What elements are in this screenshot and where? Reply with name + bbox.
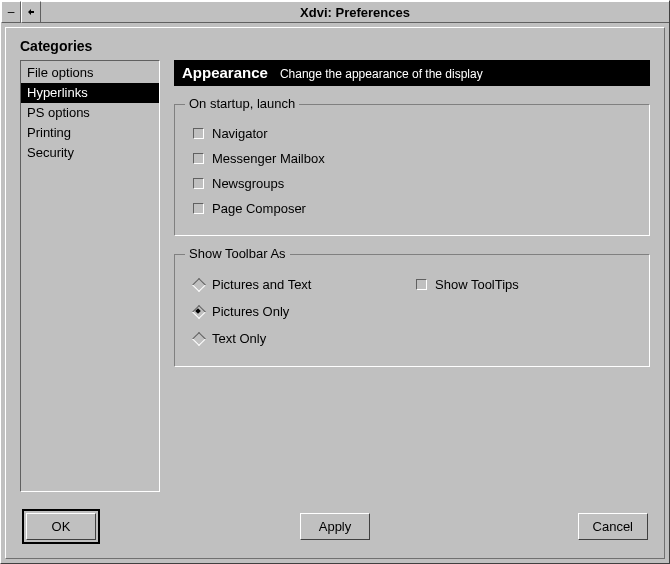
pin-icon xyxy=(26,7,36,17)
checkbox-icon xyxy=(193,203,204,214)
sidebar-item-file-options[interactable]: File options xyxy=(21,63,159,83)
sidebar-item-label: Printing xyxy=(27,125,71,140)
ok-button[interactable]: OK xyxy=(26,513,96,540)
toolbar-group: Show Toolbar As Pictures and Text Pictur… xyxy=(174,254,650,367)
checkbox-row-tooltips[interactable]: Show ToolTips xyxy=(412,271,635,298)
checkbox-row-navigator[interactable]: Navigator xyxy=(189,121,635,146)
cancel-button[interactable]: Cancel xyxy=(578,513,648,540)
sidebar-item-label: Hyperlinks xyxy=(27,85,88,100)
checkbox-icon xyxy=(193,128,204,139)
checkbox-icon xyxy=(193,178,204,189)
checkbox-label: Messenger Mailbox xyxy=(212,151,325,166)
sidebar-item-printing[interactable]: Printing xyxy=(21,123,159,143)
checkbox-label: Navigator xyxy=(212,126,268,141)
checkbox-row-page-composer[interactable]: Page Composer xyxy=(189,196,635,221)
main-panel: Appearance Change the appearance of the … xyxy=(174,60,650,492)
startup-legend: On startup, launch xyxy=(185,96,299,111)
titlebar: – Xdvi: Preferences xyxy=(1,1,669,23)
apply-button[interactable]: Apply xyxy=(300,513,370,540)
categories-heading: Categories xyxy=(20,38,650,54)
checkbox-row-messenger[interactable]: Messenger Mailbox xyxy=(189,146,635,171)
startup-group: On startup, launch Navigator Messenger M… xyxy=(174,104,650,236)
window-menu-button[interactable]: – xyxy=(1,1,21,23)
categories-list[interactable]: File options Hyperlinks PS options Print… xyxy=(20,60,160,492)
radio-label: Text Only xyxy=(212,331,266,346)
checkbox-label: Show ToolTips xyxy=(435,277,519,292)
sidebar-item-hyperlinks[interactable]: Hyperlinks xyxy=(21,83,159,103)
radio-row-pictures-text[interactable]: Pictures and Text xyxy=(189,271,412,298)
checkbox-icon xyxy=(416,279,427,290)
sidebar-item-label: PS options xyxy=(27,105,90,120)
radio-row-text-only[interactable]: Text Only xyxy=(189,325,412,352)
content-area: Categories File options Hyperlinks PS op… xyxy=(5,27,665,559)
toolbar-legend: Show Toolbar As xyxy=(185,246,290,261)
panel-header: Appearance Change the appearance of the … xyxy=(174,60,650,86)
radio-row-pictures-only[interactable]: Pictures Only xyxy=(189,298,412,325)
radio-label: Pictures and Text xyxy=(212,277,311,292)
checkbox-label: Newsgroups xyxy=(212,176,284,191)
button-row: OK Apply Cancel xyxy=(22,509,648,544)
radio-icon xyxy=(193,333,204,344)
sidebar-item-ps-options[interactable]: PS options xyxy=(21,103,159,123)
window-title: Xdvi: Preferences xyxy=(41,1,669,23)
radio-icon xyxy=(193,279,204,290)
preferences-window: – Xdvi: Preferences Categories File opti… xyxy=(0,0,670,564)
sidebar-item-label: Security xyxy=(27,145,74,160)
sidebar-item-security[interactable]: Security xyxy=(21,143,159,163)
radio-icon xyxy=(193,306,204,317)
panels: File options Hyperlinks PS options Print… xyxy=(20,60,650,492)
window-pin-button[interactable] xyxy=(21,1,41,23)
panel-subtitle: Change the appearance of the display xyxy=(280,67,483,81)
default-button-frame: OK xyxy=(22,509,100,544)
radio-label: Pictures Only xyxy=(212,304,289,319)
checkbox-label: Page Composer xyxy=(212,201,306,216)
panel-title: Appearance xyxy=(182,64,268,81)
sidebar-item-label: File options xyxy=(27,65,93,80)
checkbox-row-newsgroups[interactable]: Newsgroups xyxy=(189,171,635,196)
checkbox-icon xyxy=(193,153,204,164)
